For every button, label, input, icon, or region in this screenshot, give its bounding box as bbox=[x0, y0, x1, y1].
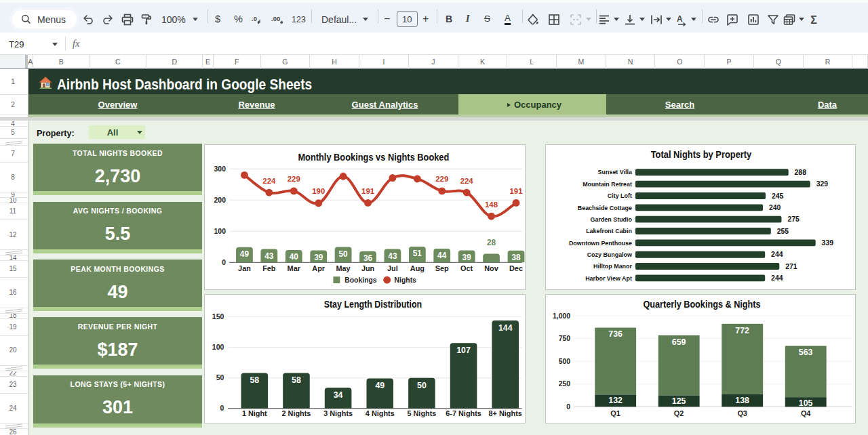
svg-text:224: 224 bbox=[262, 177, 276, 185]
svg-text:229: 229 bbox=[288, 175, 300, 183]
svg-text:125: 125 bbox=[672, 396, 686, 406]
svg-text:750: 750 bbox=[559, 335, 571, 342]
svg-text:1 Night: 1 Night bbox=[242, 409, 267, 417]
svg-text:51: 51 bbox=[413, 249, 422, 258]
svg-text:Bookings: Bookings bbox=[344, 276, 377, 284]
svg-text:44: 44 bbox=[437, 251, 447, 260]
svg-text:3 Nights: 3 Nights bbox=[323, 409, 353, 417]
svg-text:100: 100 bbox=[214, 228, 226, 235]
svg-text:Q1: Q1 bbox=[610, 409, 620, 417]
svg-text:132: 132 bbox=[608, 396, 623, 405]
svg-text:736: 736 bbox=[608, 329, 623, 339]
svg-text:City Loft: City Loft bbox=[608, 192, 632, 199]
svg-text:Q2: Q2 bbox=[674, 409, 684, 417]
svg-text:49: 49 bbox=[240, 249, 250, 259]
svg-text:563: 563 bbox=[799, 348, 813, 357]
svg-text:0: 0 bbox=[566, 403, 570, 411]
svg-text:Monthly Bookings vs Nights Boo: Monthly Bookings vs Nights Booked bbox=[298, 152, 449, 163]
svg-text:500: 500 bbox=[559, 358, 571, 365]
svg-text:Nights: Nights bbox=[395, 276, 417, 284]
svg-text:4 Nights: 4 Nights bbox=[366, 409, 395, 417]
svg-text:Mar: Mar bbox=[288, 264, 301, 272]
svg-text:275: 275 bbox=[787, 215, 800, 223]
svg-text:250: 250 bbox=[559, 380, 571, 388]
svg-text:5 Nights: 5 Nights bbox=[407, 409, 436, 417]
svg-text:300: 300 bbox=[214, 165, 226, 173]
svg-text:Aug: Aug bbox=[410, 264, 425, 272]
svg-text:.0: .0 bbox=[252, 15, 257, 22]
svg-text:271: 271 bbox=[785, 263, 797, 270]
svg-text:50: 50 bbox=[338, 249, 348, 259]
svg-text:43: 43 bbox=[388, 251, 397, 261]
svg-text:39: 39 bbox=[314, 253, 323, 262]
svg-text:49: 49 bbox=[375, 381, 384, 390]
svg-text:255: 255 bbox=[777, 228, 789, 235]
svg-text:36: 36 bbox=[363, 253, 373, 263]
svg-text:50: 50 bbox=[216, 374, 224, 381]
svg-text:Q3: Q3 bbox=[737, 409, 747, 417]
svg-text:329: 329 bbox=[816, 180, 829, 188]
svg-text:Nov: Nov bbox=[484, 264, 498, 272]
svg-text:Jul: Jul bbox=[387, 264, 398, 272]
svg-text:Harbor View Apt: Harbor View Apt bbox=[585, 275, 632, 282]
svg-text:39: 39 bbox=[462, 253, 472, 262]
svg-text:Mountain Retreat: Mountain Retreat bbox=[583, 181, 632, 188]
svg-text:Σ: Σ bbox=[810, 14, 817, 26]
svg-text:Garden Studio: Garden Studio bbox=[591, 216, 633, 223]
svg-text:339: 339 bbox=[822, 239, 834, 247]
svg-text:105: 105 bbox=[799, 398, 813, 408]
svg-text:190: 190 bbox=[312, 187, 325, 195]
svg-text:100: 100 bbox=[212, 344, 224, 351]
svg-text:Total Nights by Property: Total Nights by Property bbox=[651, 149, 752, 160]
svg-text:34: 34 bbox=[334, 390, 343, 400]
svg-text:40: 40 bbox=[290, 252, 299, 262]
svg-text:150: 150 bbox=[212, 313, 224, 320]
svg-text:772: 772 bbox=[735, 326, 749, 335]
svg-text:Jan: Jan bbox=[238, 264, 251, 272]
svg-text:0: 0 bbox=[220, 405, 224, 412]
svg-text:245: 245 bbox=[772, 192, 784, 200]
svg-text:28: 28 bbox=[487, 238, 496, 247]
svg-text:229: 229 bbox=[435, 175, 448, 183]
svg-text:50: 50 bbox=[417, 381, 427, 390]
svg-text:38: 38 bbox=[511, 253, 521, 262]
svg-text:240: 240 bbox=[769, 204, 781, 211]
svg-text:Apr: Apr bbox=[312, 264, 325, 272]
svg-text:May: May bbox=[336, 264, 351, 272]
svg-text:1,000: 1,000 bbox=[553, 312, 570, 320]
svg-text:Hilltop Manor: Hilltop Manor bbox=[593, 263, 632, 270]
svg-text:58: 58 bbox=[292, 375, 301, 385]
svg-text:Lakefront Cabin: Lakefront Cabin bbox=[586, 228, 632, 234]
svg-text:288: 288 bbox=[795, 169, 807, 176]
svg-text:Downtown Penthouse: Downtown Penthouse bbox=[569, 240, 632, 247]
svg-text:138: 138 bbox=[735, 396, 749, 405]
svg-text:224: 224 bbox=[460, 177, 474, 185]
svg-text:58: 58 bbox=[250, 375, 259, 385]
svg-text:.00: .00 bbox=[271, 15, 280, 22]
svg-text:107: 107 bbox=[456, 346, 471, 355]
svg-text:Sep: Sep bbox=[435, 264, 449, 272]
svg-text:Q4: Q4 bbox=[801, 409, 811, 417]
svg-text:Sunset Villa: Sunset Villa bbox=[598, 169, 633, 175]
svg-text:Cozy Bungalow: Cozy Bungalow bbox=[587, 251, 632, 258]
svg-text:148: 148 bbox=[485, 201, 498, 209]
svg-text:Oct: Oct bbox=[460, 264, 473, 272]
svg-text:191: 191 bbox=[361, 187, 375, 195]
svg-text:8+ Nights: 8+ Nights bbox=[489, 409, 522, 417]
svg-text:659: 659 bbox=[672, 337, 686, 347]
svg-text:Dec: Dec bbox=[509, 264, 523, 272]
svg-text:244: 244 bbox=[771, 251, 783, 258]
svg-text:244: 244 bbox=[771, 274, 783, 282]
svg-text:0: 0 bbox=[222, 259, 226, 266]
svg-text:2 Nights: 2 Nights bbox=[282, 409, 311, 417]
svg-text:191: 191 bbox=[510, 187, 524, 195]
svg-text:144: 144 bbox=[498, 323, 513, 333]
svg-text:Jun: Jun bbox=[361, 264, 374, 272]
svg-text:6-7 Nights: 6-7 Nights bbox=[446, 409, 481, 417]
svg-text:Quarterly Bookings & Nights: Quarterly Bookings & Nights bbox=[643, 299, 760, 310]
svg-text:Beachside Cottage: Beachside Cottage bbox=[578, 205, 632, 211]
svg-text:Stay Length Distribution: Stay Length Distribution bbox=[324, 299, 422, 310]
svg-text:Feb: Feb bbox=[262, 264, 276, 272]
svg-text:43: 43 bbox=[264, 251, 274, 261]
svg-text:A: A bbox=[677, 14, 683, 24]
